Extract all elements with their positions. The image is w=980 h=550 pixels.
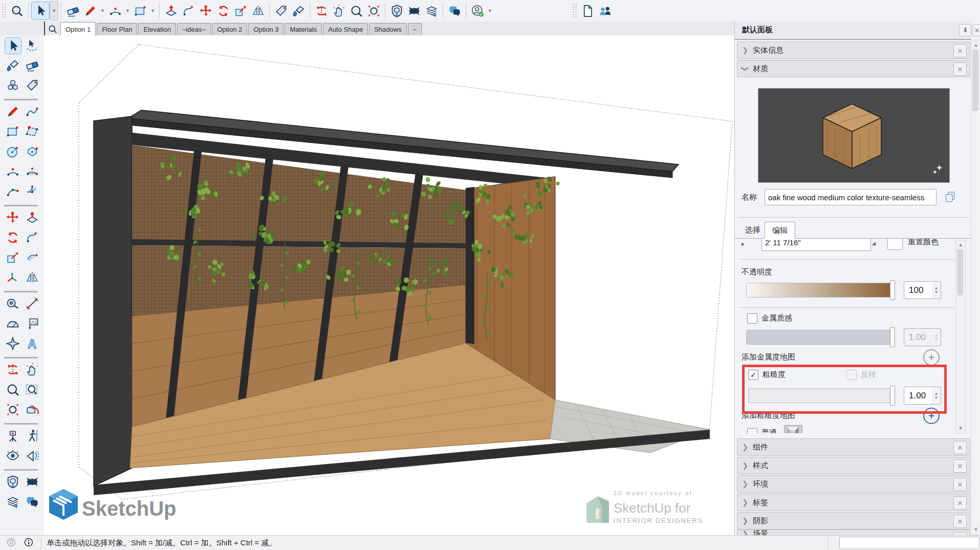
tool-previous-view[interactable] — [24, 401, 40, 417]
scene-tab-option-3[interactable]: Option 3 — [248, 23, 284, 35]
tool-tape-measure[interactable] — [5, 295, 20, 311]
reset-color-label[interactable]: 重置颜色 — [908, 239, 939, 247]
rectangle-dropdown-arrow-icon[interactable]: ▼ — [149, 2, 157, 19]
tool-paint-bucket[interactable] — [290, 2, 307, 19]
panel-scrollbar[interactable]: ▲ ▼ — [971, 40, 980, 535]
section-entity-info[interactable]: ❯ 实体信息 ✕ — [737, 41, 970, 59]
tool-send-to-layout[interactable] — [5, 494, 20, 510]
metallic-slider[interactable] — [746, 330, 893, 345]
copy-icon[interactable] — [944, 191, 957, 204]
tool-scale[interactable] — [232, 2, 249, 19]
tool-chat[interactable] — [446, 2, 463, 19]
tool-rectangle[interactable] — [5, 123, 20, 139]
ai-sparkle-icon[interactable] — [930, 163, 945, 178]
close-icon[interactable]: ✕ — [953, 62, 967, 76]
tool-circle[interactable] — [5, 143, 20, 159]
model-viewport[interactable]: SketchUp 3D model courtesy of: SketchUp … — [44, 35, 734, 535]
opacity-value[interactable]: 100 — [904, 281, 933, 299]
color-swatch[interactable] — [887, 239, 903, 250]
metallic-slider-handle[interactable] — [890, 327, 895, 347]
section-material[interactable]: ❯ 材质 ✕ — [737, 60, 970, 77]
tool-new-document[interactable] — [579, 2, 596, 19]
opacity-slider[interactable] — [746, 283, 893, 298]
tool-account[interactable] — [469, 2, 486, 19]
tool-orbit[interactable] — [5, 362, 20, 377]
tool-arc[interactable] — [106, 2, 124, 19]
tool-select[interactable] — [31, 2, 50, 20]
tool-text[interactable]: A1 — [24, 315, 40, 331]
close-icon[interactable]: ✕ — [953, 459, 967, 473]
close-icon[interactable]: ✕ — [953, 478, 967, 491]
tool-arc[interactable] — [5, 163, 20, 179]
tool-tag[interactable] — [272, 2, 290, 19]
tool-zoom[interactable] — [347, 2, 365, 19]
toolbar-drag-handle[interactable] — [572, 3, 577, 18]
dropdown-arrow-icon[interactable]: ▼ — [740, 242, 745, 247]
close-icon[interactable]: ✕ — [953, 441, 967, 454]
opacity-slider-handle[interactable] — [890, 280, 895, 300]
account-dropdown-arrow-icon[interactable]: ▼ — [486, 2, 494, 19]
texture-size-input[interactable] — [761, 239, 871, 251]
opacity-stepper[interactable]: ▲▼ — [932, 281, 941, 299]
tool-push-pull[interactable] — [162, 2, 180, 19]
tool-rectangle[interactable] — [132, 2, 149, 19]
tool-follow-me[interactable] — [180, 2, 197, 19]
tool-three-point-arc[interactable] — [5, 183, 20, 199]
scroll-down-icon[interactable]: ▼ — [956, 424, 965, 432]
tool-orbit[interactable] — [313, 2, 330, 19]
scroll-up-icon[interactable]: ▲ — [971, 40, 980, 49]
section-shadows[interactable]: ❯阴影✕ — [737, 512, 970, 530]
scene-tab-elevation[interactable]: Elevation — [138, 23, 176, 35]
tool-line[interactable] — [81, 2, 99, 19]
tool-components[interactable] — [5, 77, 20, 93]
tool-position-camera[interactable] — [5, 428, 20, 443]
tool-pan[interactable] — [330, 2, 347, 19]
tool-freehand[interactable] — [24, 103, 40, 119]
tool-send-to-layout[interactable] — [423, 2, 440, 19]
tool-offset[interactable] — [24, 249, 40, 265]
material-name-input[interactable] — [765, 189, 937, 205]
material-preview[interactable] — [758, 88, 950, 183]
tool-3d-warehouse[interactable] — [5, 474, 20, 490]
scroll-down-icon[interactable]: ▼ — [971, 525, 980, 534]
link-arrow-icon[interactable]: ◢ — [872, 241, 876, 246]
tool-axes[interactable]: CA·B — [5, 335, 20, 351]
close-icon[interactable]: ✕ — [953, 515, 967, 528]
tool-chat[interactable] — [24, 494, 40, 510]
tool-scale[interactable] — [5, 249, 20, 265]
tool-polygon[interactable] — [24, 143, 40, 159]
tool-two-point-arc[interactable] — [24, 163, 40, 179]
panel-close-icon[interactable]: ✕ — [972, 24, 980, 36]
scene-tab-auto-shape[interactable]: Auto Shape — [323, 23, 368, 35]
scene-tab-option-2[interactable]: Option 2 — [212, 23, 247, 35]
tool-walk[interactable] — [24, 428, 40, 443]
tool-3d-warehouse[interactable] — [388, 2, 405, 19]
select-dropdown-arrow-icon[interactable]: ▼ — [50, 1, 58, 20]
line-dropdown-arrow-icon[interactable]: ▼ — [99, 2, 106, 19]
tool-rotate[interactable] — [214, 2, 232, 19]
edit-area-scrollbar[interactable]: ▲ ▼ — [955, 240, 966, 434]
tool-look-around[interactable] — [5, 448, 20, 463]
tool-flip[interactable] — [249, 2, 267, 19]
arc-dropdown-arrow-icon[interactable]: ▼ — [124, 2, 132, 19]
info-icon[interactable] — [24, 537, 34, 549]
tool-share-people[interactable] — [596, 2, 614, 19]
tool-flip[interactable] — [24, 269, 40, 285]
tool-zoom-extents[interactable] — [5, 401, 20, 417]
tool-push-pull[interactable] — [24, 209, 40, 225]
tool-pan[interactable] — [24, 362, 40, 377]
section-components[interactable]: ❯组件✕ — [737, 438, 970, 456]
scene-tab--ideas-[interactable]: ~ideas~ — [177, 23, 211, 35]
tool-move[interactable] — [197, 2, 214, 19]
tool-eraser[interactable] — [24, 57, 40, 73]
close-icon[interactable]: ✕ — [953, 496, 967, 510]
metallic-checkbox[interactable] — [747, 313, 757, 324]
tool-search[interactable] — [8, 2, 26, 19]
section-styles[interactable]: ❯样式✕ — [737, 457, 970, 474]
tool-axes-arrows[interactable] — [5, 269, 20, 285]
tool-lasso-select[interactable] — [24, 37, 40, 53]
tool-protractor[interactable] — [5, 315, 20, 331]
scene-search-button[interactable] — [45, 23, 60, 35]
tool-pie[interactable] — [24, 183, 40, 199]
scene-tab-materials[interactable]: Materials — [285, 23, 322, 35]
